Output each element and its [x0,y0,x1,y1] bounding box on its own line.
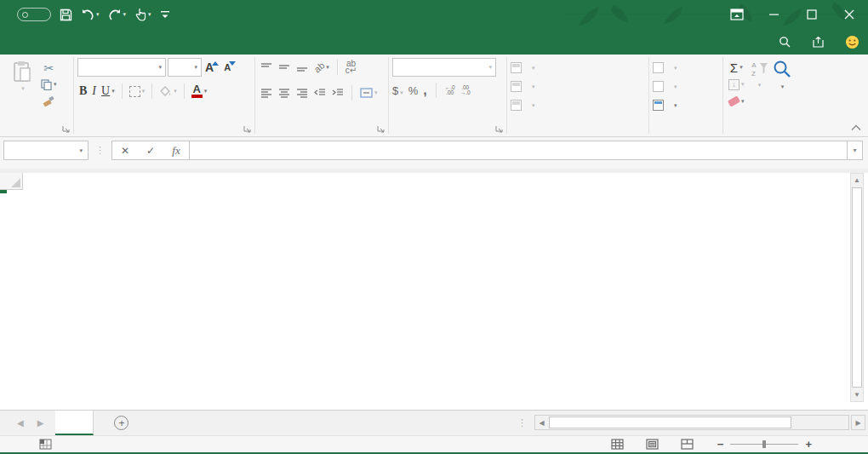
sheet-tab-common-hello[interactable] [55,411,94,435]
minimize-button[interactable] [756,0,793,29]
zoom-slider[interactable] [730,444,798,445]
cut-button[interactable]: ✂ [39,61,59,75]
expand-formula-bar-button[interactable]: ▾ [848,141,863,160]
insert-function-button[interactable]: fx [163,141,189,159]
touch-mode-caret[interactable]: ▾ [148,11,151,18]
alignment-dialog-launcher[interactable] [377,125,385,134]
cell-styles-button[interactable]: ▾ [511,97,645,113]
name-box[interactable]: ▾ [3,141,89,160]
increase-indent-button[interactable] [330,83,345,102]
ribbon-display-options-button[interactable] [718,0,756,29]
merge-center-caret[interactable]: ▾ [374,89,378,96]
decrease-indent-button[interactable] [312,83,328,102]
font-name-combo[interactable]: ▾ [77,58,166,77]
confirm-entry-button[interactable]: ✓ [138,141,163,159]
scroll-right-arrow[interactable]: ▶ [851,415,865,430]
fill-handle[interactable] [3,190,7,193]
clear-caret[interactable]: ▾ [741,98,745,105]
macro-record-icon[interactable] [39,439,52,450]
increase-font-button[interactable]: A [203,58,220,77]
increase-decimal-button[interactable]: ←.0 .00 [445,85,455,95]
font-size-combo[interactable]: ▾ [168,58,202,77]
fill-button[interactable]: ↓▾ [727,77,746,92]
maximize-button[interactable] [793,0,831,29]
fill-color-button[interactable]: ▾ [157,82,179,101]
borders-button[interactable]: ▾ [128,82,147,101]
align-middle-button[interactable] [277,58,292,77]
orientation-button[interactable]: ab▾ [312,58,331,77]
delete-cells-button[interactable]: ▾ [653,78,719,95]
close-button[interactable] [831,0,868,29]
underline-caret[interactable]: ▾ [111,88,115,95]
select-all-corner[interactable] [0,173,23,190]
find-select-button[interactable]: ▾ [772,58,792,123]
align-center-button[interactable] [277,83,292,102]
redo-button[interactable]: ▾ [108,9,127,20]
italic-button[interactable]: I [90,82,98,101]
scroll-up-arrow[interactable]: ▲ [851,174,863,187]
scroll-down-arrow[interactable]: ▼ [851,388,863,401]
fill-color-caret[interactable]: ▾ [174,88,177,95]
save-button[interactable] [60,9,72,21]
scroll-left-arrow[interactable]: ◀ [535,419,548,427]
zoom-out-button[interactable]: − [717,439,724,450]
copy-caret[interactable]: ▾ [54,81,57,88]
page-layout-view-button[interactable] [646,439,659,450]
wrap-text-button[interactable]: abc↵ [344,58,358,77]
zoom-slider-thumb[interactable] [762,440,766,448]
horizontal-scroll-thumb[interactable] [549,417,791,428]
align-top-button[interactable] [259,58,274,77]
horizontal-scrollbar[interactable]: ◀ [534,415,849,430]
font-dialog-launcher[interactable] [243,125,252,134]
bold-button[interactable]: B [77,82,89,101]
underline-button[interactable]: U▾ [100,82,117,101]
accounting-format-button[interactable]: $▾ [392,84,403,97]
align-left-button[interactable] [259,83,274,102]
number-dialog-launcher[interactable] [495,125,504,134]
decrease-decimal-button[interactable]: .00 →.0 [460,85,471,95]
format-as-table-button[interactable]: ▾ [511,78,645,95]
merge-center-button[interactable]: ▾ [358,83,380,102]
vertical-scrollbar[interactable]: ▲ ▼ [850,173,864,402]
align-right-button[interactable] [294,83,310,102]
percent-button[interactable]: % [408,84,419,97]
font-color-caret[interactable]: ▾ [204,88,208,95]
clipboard-dialog-launcher[interactable] [62,125,71,134]
sheet-next-arrow[interactable]: ▶ [37,418,44,428]
insert-cells-button[interactable]: ▾ [653,60,719,76]
new-sheet-button[interactable]: + [114,411,128,435]
tell-me-box[interactable] [779,36,797,48]
font-color-button[interactable]: A ▾ [190,82,209,101]
page-break-view-button[interactable] [681,439,694,450]
align-bottom-button[interactable] [294,58,310,77]
undo-button[interactable]: ▾ [81,9,100,20]
active-cell-outline[interactable] [0,190,7,193]
accounting-caret[interactable]: ▾ [400,89,403,95]
formula-input[interactable] [190,141,848,160]
share-button[interactable] [812,36,830,48]
touch-mode-button[interactable]: ▾ [134,8,151,21]
tab-splitter-handle[interactable]: ⋮ [517,411,527,435]
redo-dropdown-caret[interactable]: ▾ [123,11,127,18]
format-painter-button[interactable] [39,94,59,107]
normal-view-button[interactable] [611,439,624,450]
autosave-pill[interactable] [17,8,51,21]
cancel-entry-button[interactable]: ✕ [112,141,138,159]
clear-button[interactable]: ▾ [727,94,746,109]
undo-dropdown-caret[interactable]: ▾ [96,11,100,18]
zoom-in-button[interactable]: + [805,439,812,450]
copy-button[interactable]: ▾ [39,78,59,91]
comma-style-button[interactable]: , [423,87,426,94]
format-cells-button[interactable]: ▾ [653,97,719,113]
decrease-font-button[interactable]: A [222,58,237,77]
autosum-caret[interactable]: ▾ [740,64,743,71]
fill-caret[interactable]: ▾ [741,81,745,88]
conditional-formatting-button[interactable]: ▾ [511,60,645,76]
autosave-toggle[interactable] [12,8,51,21]
paste-caret[interactable]: ▾ [21,85,25,92]
autosum-button[interactable]: Σ▾ [727,60,746,75]
vertical-scroll-thumb[interactable] [852,187,862,388]
sheet-prev-arrow[interactable]: ◀ [17,418,24,428]
feedback-smiley-icon[interactable] [845,35,859,49]
customize-qat-button[interactable] [160,9,170,20]
